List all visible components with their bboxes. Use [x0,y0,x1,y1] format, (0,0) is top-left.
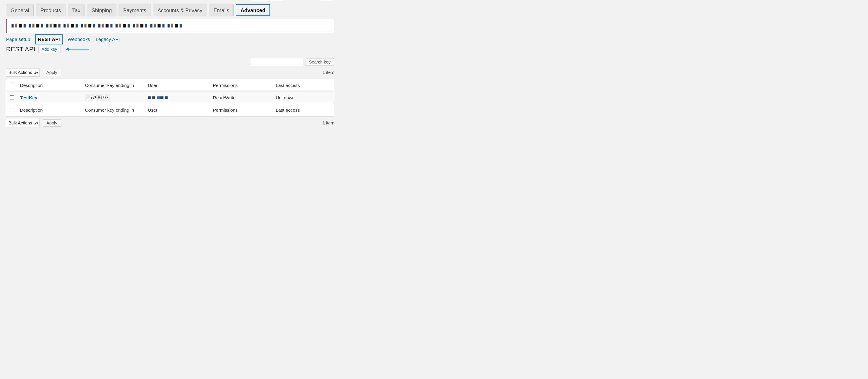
tab-products[interactable]: Products [36,5,65,16]
bulk-actions-label: Bulk Actions [8,70,32,75]
col-last-access-foot: Last access [273,104,334,117]
subnav-webhooks[interactable]: Webhooks [68,37,90,42]
row-last-access: Unknown [273,92,334,104]
col-consumer-key: Consumer key ending in [82,80,145,92]
table-row: TestKey …a798f93 Read/Write Unknown [6,92,334,104]
add-key-button[interactable]: Add key [38,46,60,53]
subnav-legacy-api[interactable]: Legacy API [96,37,120,42]
admin-notice [6,19,334,33]
bulk-actions-label-bottom: Bulk Actions [8,121,32,125]
separator: | [64,37,65,42]
help-button[interactable]: Help [318,0,334,1]
row-checkbox[interactable] [10,95,14,100]
page-title: REST API [6,45,35,53]
separator: | [92,37,94,42]
row-key-ending: …a798f93 [85,94,110,101]
items-count-bottom: 1 item [322,121,334,126]
col-permissions: Permissions [210,80,273,92]
bulk-apply-button-top[interactable]: Apply [43,69,61,76]
items-count-top: 1 item [322,70,334,75]
col-description[interactable]: Description [17,80,82,92]
bulk-actions-select-bottom[interactable]: Bulk Actions ▴▾ [6,119,40,127]
tab-payments[interactable]: Payments [119,5,151,16]
subnav-rest-api[interactable]: REST API [36,35,62,44]
separator: | [32,37,34,42]
tab-accounts-privacy[interactable]: Accounts & Privacy [153,5,207,16]
notice-text-redacted [11,24,185,28]
bulk-actions-select[interactable]: Bulk Actions ▴▾ [6,68,40,76]
user-text-redacted [148,96,169,99]
tab-general[interactable]: General [6,5,34,16]
settings-tabs: General Products Tax Shipping Payments A… [6,4,334,16]
col-user-foot: User [145,104,210,117]
bulk-apply-button-bottom[interactable]: Apply [43,120,61,127]
svg-marker-1 [65,48,69,51]
tab-tax[interactable]: Tax [68,5,85,16]
tab-shipping[interactable]: Shipping [87,5,116,16]
select-all-checkbox-top[interactable] [10,83,14,87]
search-key-input[interactable] [250,58,303,66]
screen-options-button[interactable]: Screen Options [250,0,284,1]
row-permissions: Read/Write [210,92,273,104]
advanced-subnav: Page setup | REST API | Webhooks | Legac… [6,35,334,44]
col-consumer-key-foot: Consumer key ending in [82,104,145,117]
col-user: User [145,80,210,92]
row-user[interactable] [145,92,210,104]
col-permissions-foot: Permissions [210,104,273,117]
subnav-page-setup[interactable]: Page setup [6,37,30,42]
api-keys-table: Description Consumer key ending in User … [6,79,334,117]
col-description-foot[interactable]: Description [17,104,82,117]
tab-advanced[interactable]: Advanced [236,5,270,16]
annotation-arrow-icon [65,47,89,52]
row-description-link[interactable]: TestKey [20,95,37,100]
tab-emails[interactable]: Emails [209,5,234,16]
select-all-checkbox-bottom[interactable] [10,108,14,112]
search-key-button[interactable]: Search key [305,59,334,66]
col-last-access: Last access [273,80,334,92]
